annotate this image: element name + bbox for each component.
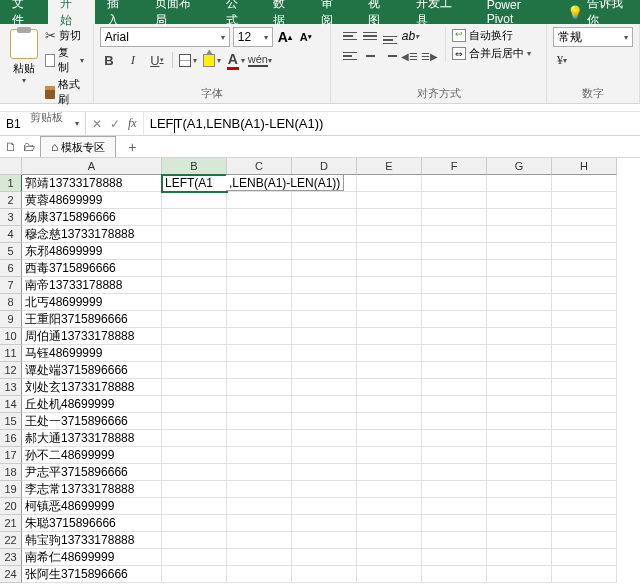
tab-insert[interactable]: 插入 <box>95 0 143 24</box>
cell[interactable] <box>552 464 617 481</box>
cell[interactable] <box>487 498 552 515</box>
cell[interactable] <box>487 294 552 311</box>
cell[interactable]: 北丐48699999 <box>22 294 162 311</box>
cell[interactable] <box>292 260 357 277</box>
cell[interactable]: 王重阳3715896666 <box>22 311 162 328</box>
cell[interactable] <box>227 515 292 532</box>
font-color-button[interactable]: A▾ <box>227 51 245 69</box>
cell[interactable] <box>292 328 357 345</box>
cell[interactable] <box>162 209 227 226</box>
underline-button[interactable]: U▾ <box>148 51 166 69</box>
row-header[interactable]: 12 <box>0 362 22 379</box>
cell[interactable] <box>487 379 552 396</box>
align-top-button[interactable] <box>341 28 359 44</box>
cell[interactable] <box>162 362 227 379</box>
font-name-select[interactable]: Arial▾ <box>100 27 230 47</box>
cell[interactable] <box>292 362 357 379</box>
row-header[interactable]: 1 <box>0 175 22 192</box>
cell[interactable] <box>487 243 552 260</box>
cell[interactable]: 朱聪3715896666 <box>22 515 162 532</box>
col-header-A[interactable]: A <box>22 158 162 175</box>
cell[interactable] <box>162 430 227 447</box>
col-header-E[interactable]: E <box>357 158 422 175</box>
cell[interactable]: 刘处玄13733178888 <box>22 379 162 396</box>
currency-button[interactable]: ¥▾ <box>553 51 571 69</box>
bold-button[interactable]: B <box>100 51 118 69</box>
align-middle-button[interactable] <box>361 28 379 44</box>
row-header[interactable]: 11 <box>0 345 22 362</box>
paste-dropdown-icon[interactable]: ▾ <box>22 76 26 85</box>
cell[interactable]: 杨康3715896666 <box>22 209 162 226</box>
cell[interactable] <box>552 379 617 396</box>
tab-data[interactable]: 数据 <box>261 0 309 24</box>
row-header[interactable]: 7 <box>0 277 22 294</box>
cell[interactable] <box>162 481 227 498</box>
cell[interactable] <box>357 464 422 481</box>
col-header-B[interactable]: B <box>162 158 227 175</box>
cell[interactable] <box>422 226 487 243</box>
row-header[interactable]: 17 <box>0 447 22 464</box>
cell[interactable] <box>357 226 422 243</box>
cut-button[interactable]: ✂剪切 <box>45 28 84 43</box>
cell[interactable] <box>357 532 422 549</box>
cell[interactable] <box>422 430 487 447</box>
cell[interactable] <box>227 243 292 260</box>
cell[interactable] <box>422 192 487 209</box>
cell[interactable] <box>357 328 422 345</box>
cell[interactable] <box>162 226 227 243</box>
fill-color-button[interactable]: ▾ <box>203 51 221 69</box>
cell[interactable] <box>552 481 617 498</box>
cell[interactable] <box>487 447 552 464</box>
cell[interactable] <box>292 430 357 447</box>
align-bottom-button[interactable] <box>381 28 399 44</box>
cell[interactable] <box>162 345 227 362</box>
cell[interactable] <box>227 311 292 328</box>
cell[interactable] <box>552 192 617 209</box>
cell[interactable] <box>162 549 227 566</box>
cell[interactable] <box>552 413 617 430</box>
cell[interactable] <box>422 379 487 396</box>
increase-font-button[interactable]: A▴ <box>276 28 294 46</box>
col-header-C[interactable]: C <box>227 158 292 175</box>
cell[interactable] <box>487 362 552 379</box>
cell[interactable] <box>422 209 487 226</box>
cell[interactable] <box>552 396 617 413</box>
cell[interactable] <box>357 277 422 294</box>
cell[interactable] <box>487 396 552 413</box>
row-header[interactable]: 24 <box>0 566 22 583</box>
cell[interactable] <box>487 226 552 243</box>
cell[interactable] <box>487 430 552 447</box>
cell[interactable] <box>552 532 617 549</box>
cell[interactable] <box>357 498 422 515</box>
cell[interactable] <box>357 379 422 396</box>
cell[interactable] <box>487 209 552 226</box>
cell[interactable] <box>357 430 422 447</box>
cell[interactable] <box>422 277 487 294</box>
cell[interactable] <box>552 226 617 243</box>
cell[interactable] <box>292 532 357 549</box>
cell[interactable] <box>227 447 292 464</box>
cell[interactable] <box>292 379 357 396</box>
cell[interactable] <box>357 362 422 379</box>
cell[interactable] <box>162 328 227 345</box>
cell[interactable]: 东邪48699999 <box>22 243 162 260</box>
cell[interactable] <box>292 566 357 583</box>
cell[interactable] <box>487 277 552 294</box>
format-painter-button[interactable]: 格式刷 <box>45 77 84 107</box>
cell[interactable]: 张阿生3715896666 <box>22 566 162 583</box>
cell[interactable] <box>227 532 292 549</box>
tab-powerpivot[interactable]: Power Pivot <box>475 0 562 24</box>
col-header-G[interactable]: G <box>487 158 552 175</box>
tab-view[interactable]: 视图 <box>356 0 404 24</box>
cell[interactable] <box>292 345 357 362</box>
cell[interactable] <box>422 243 487 260</box>
cell[interactable]: 西毒3715896666 <box>22 260 162 277</box>
cell[interactable] <box>162 532 227 549</box>
cell[interactable] <box>162 396 227 413</box>
row-header[interactable]: 15 <box>0 413 22 430</box>
cell[interactable] <box>487 549 552 566</box>
col-header-H[interactable]: H <box>552 158 617 175</box>
cell[interactable] <box>227 226 292 243</box>
col-header-F[interactable]: F <box>422 158 487 175</box>
cell[interactable] <box>357 175 422 192</box>
